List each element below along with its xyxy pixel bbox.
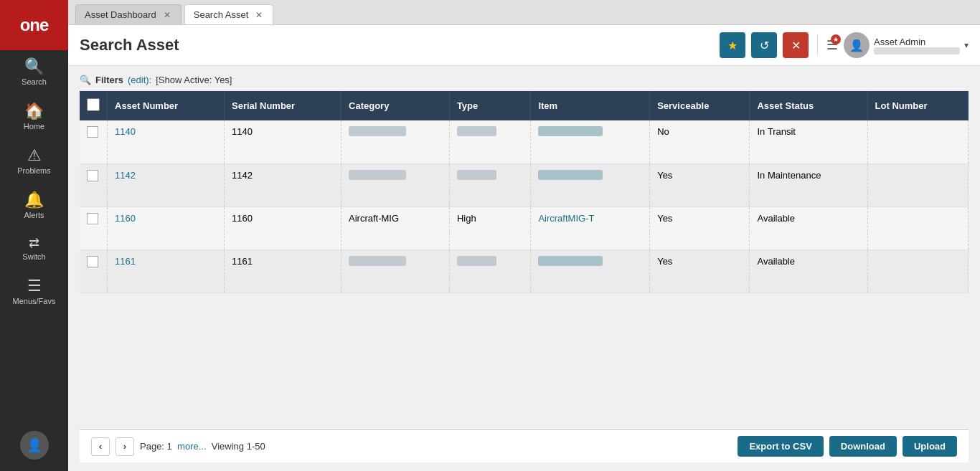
filter-label: Filters — [95, 75, 123, 85]
cell-item — [531, 249, 650, 292]
col-header-serviceable[interactable]: Serviceable — [650, 91, 750, 120]
cell-type: High — [449, 206, 531, 249]
row-checkbox-cell — [80, 206, 108, 249]
cell-item: AircraftMIG-T — [531, 206, 650, 249]
row-checkbox[interactable] — [87, 213, 98, 224]
user-info: 👤 Asset Admin ▾ — [844, 32, 969, 58]
col-header-category[interactable]: Category — [341, 91, 450, 120]
col-header-asset-status[interactable]: Asset Status — [750, 91, 867, 120]
user-avatar-sidebar[interactable]: 👤 — [0, 422, 68, 471]
blurred-item — [538, 126, 603, 136]
notification-menu[interactable]: ☰ ★ — [826, 37, 838, 53]
refresh-button[interactable]: ↺ — [751, 32, 777, 58]
prev-page-button[interactable]: ‹ — [91, 437, 110, 456]
blurred-item — [538, 256, 603, 266]
cell-category — [341, 120, 450, 163]
blurred-category — [349, 126, 406, 136]
cell-asset-number: 1160 — [108, 206, 225, 249]
cell-asset-status: Available — [750, 206, 867, 249]
user-dropdown-arrow[interactable]: ▾ — [964, 40, 969, 50]
bottom-bar: ‹ › Page: 1 more... Viewing 1-50 Export … — [80, 429, 969, 462]
asset-link[interactable]: 1142 — [115, 170, 136, 181]
blurred-category — [349, 170, 406, 180]
cell-serial-number: 1140 — [225, 120, 341, 163]
sidebar-item-search[interactable]: 🔍 Search — [0, 50, 68, 95]
divider — [817, 34, 818, 56]
avatar-icon: 👤 — [20, 431, 49, 460]
select-all-checkbox[interactable] — [87, 98, 100, 111]
table-container: Asset Number Serial Number Category Type… — [80, 91, 969, 429]
tab-search-asset-close[interactable]: ✕ — [254, 10, 264, 20]
cell-asset-number: 1140 — [108, 120, 225, 163]
table-row: 1142 1142 Yes In Maintenance — [80, 163, 969, 206]
filter-active: [Show Active: Yes] — [156, 75, 232, 85]
col-header-serial-number[interactable]: Serial Number — [225, 91, 341, 120]
col-header-type[interactable]: Type — [449, 91, 531, 120]
cell-type — [449, 120, 531, 163]
tab-asset-dashboard[interactable]: Asset Dashboard ✕ — [75, 4, 182, 24]
col-header-lot-number[interactable]: Lot Number — [867, 91, 968, 120]
menus-icon: ☰ — [27, 278, 42, 294]
search-icon: 🔍 — [24, 59, 44, 75]
sidebar-item-problems[interactable]: ⚠ Problems — [0, 139, 68, 184]
row-checkbox[interactable] — [87, 126, 98, 138]
alerts-icon: 🔔 — [24, 192, 44, 208]
sidebar-item-alerts[interactable]: 🔔 Alerts — [0, 184, 68, 228]
row-checkbox[interactable] — [87, 256, 98, 267]
header-bar: Search Asset ★ ↺ ✕ ☰ ★ 👤 Asset Admin ▾ — [68, 25, 980, 66]
cell-lot-number — [867, 249, 968, 292]
sidebar-item-home[interactable]: 🏠 Home — [0, 95, 68, 139]
sidebar-item-menus[interactable]: ☰ Menus/Favs — [0, 270, 68, 314]
row-checkbox[interactable] — [87, 170, 98, 181]
cell-asset-status: In Transit — [750, 120, 867, 163]
sidebar-item-problems-label: Problems — [17, 166, 50, 175]
cell-lot-number — [867, 120, 968, 163]
blurred-item — [538, 170, 603, 180]
header-actions: ★ ↺ ✕ ☰ ★ 👤 Asset Admin ▾ — [720, 32, 969, 58]
sidebar: one 🔍 Search 🏠 Home ⚠ Problems 🔔 Alerts … — [0, 0, 68, 471]
cell-serial-number: 1161 — [225, 249, 341, 292]
tab-search-asset[interactable]: Search Asset ✕ — [184, 4, 274, 24]
notification-badge: ★ — [831, 34, 841, 44]
app-logo[interactable]: one — [0, 0, 68, 50]
export-csv-button[interactable]: Export to CSV — [738, 436, 823, 457]
close-button[interactable]: ✕ — [783, 32, 809, 58]
asset-link[interactable]: 1140 — [115, 126, 136, 137]
row-checkbox-cell — [80, 249, 108, 292]
filter-edit-link[interactable]: (edit): — [128, 75, 151, 85]
cell-serviceable: No — [650, 120, 750, 163]
cell-serviceable: Yes — [650, 249, 750, 292]
table-row: 1161 1161 Yes Available — [80, 249, 969, 292]
col-header-item[interactable]: Item — [531, 91, 650, 120]
cell-lot-number — [867, 163, 968, 206]
cell-asset-status: Available — [750, 249, 867, 292]
item-link[interactable]: AircraftMIG-T — [538, 213, 594, 224]
cell-serviceable: Yes — [650, 163, 750, 206]
user-name-block: Asset Admin — [874, 37, 960, 54]
asset-link[interactable]: 1160 — [115, 213, 136, 224]
filter-search-icon: 🔍 — [80, 75, 91, 85]
user-name: Asset Admin — [874, 37, 960, 47]
sidebar-item-menus-label: Menus/Favs — [13, 297, 56, 305]
upload-button[interactable]: Upload — [903, 436, 957, 457]
row-checkbox-cell — [80, 163, 108, 206]
cell-serial-number: 1160 — [225, 206, 341, 249]
tab-asset-dashboard-close[interactable]: ✕ — [162, 10, 172, 20]
col-header-asset-number[interactable]: Asset Number — [108, 91, 225, 120]
page-number: 1 — [167, 441, 172, 452]
sidebar-item-switch[interactable]: ⇄ Switch — [0, 228, 68, 270]
favorite-button[interactable]: ★ — [720, 32, 745, 58]
pagination: ‹ › Page: 1 more... Viewing 1-50 — [91, 437, 265, 456]
tab-asset-dashboard-label: Asset Dashboard — [85, 9, 156, 20]
content-area: 🔍 Filters (edit): [Show Active: Yes] Ass… — [68, 66, 980, 471]
next-page-button[interactable]: › — [116, 437, 134, 456]
more-pages-link[interactable]: more... — [177, 441, 206, 452]
row-checkbox-cell — [80, 120, 108, 163]
action-buttons: Export to CSV Download Upload — [738, 436, 957, 457]
asset-link[interactable]: 1161 — [115, 256, 136, 267]
cell-category — [341, 249, 450, 292]
download-button[interactable]: Download — [829, 436, 897, 457]
table-row: 1140 1140 No In Transit — [80, 120, 969, 163]
table-header-row: Asset Number Serial Number Category Type… — [80, 91, 969, 120]
blurred-category — [349, 256, 406, 266]
